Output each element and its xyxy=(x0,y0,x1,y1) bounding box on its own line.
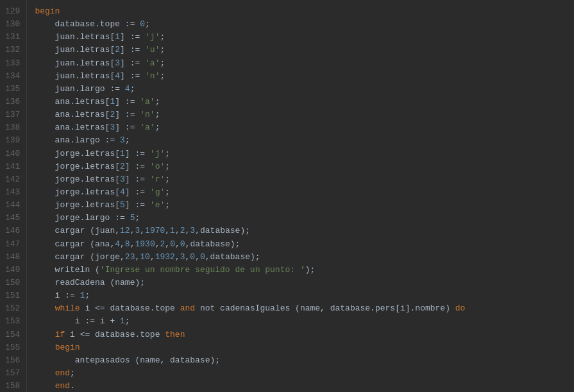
line-number: 141 xyxy=(5,160,20,173)
token: 3 xyxy=(190,226,195,235)
code-line: jorge.letras[4] := 'g'; xyxy=(35,186,574,199)
token: , xyxy=(155,239,160,249)
token: 0 xyxy=(140,19,145,29)
token: juan.letras[ xyxy=(35,71,115,81)
code-line: begin xyxy=(35,5,574,18)
line-number: 147 xyxy=(5,238,20,251)
token: jorge.letras[ xyxy=(35,175,120,184)
token: jorge.letras[ xyxy=(35,162,120,171)
token: 3 xyxy=(115,58,120,68)
line-number: 144 xyxy=(5,199,20,212)
code-line: juan.letras[1] := 'j'; xyxy=(35,31,574,44)
code-area[interactable]: begin database.tope := 0; juan.letras[1]… xyxy=(27,0,574,392)
line-number: 139 xyxy=(5,134,20,147)
token: ] := xyxy=(115,110,140,119)
token: ; xyxy=(155,110,160,119)
token: ] := xyxy=(125,187,150,197)
token: readCadena (name); xyxy=(35,278,145,287)
line-number: 137 xyxy=(5,108,20,121)
token: , xyxy=(175,252,180,262)
token: ; xyxy=(165,175,170,184)
token: 0 xyxy=(180,239,185,249)
token: ] := xyxy=(120,71,145,81)
token: ana.letras[ xyxy=(35,123,110,132)
token xyxy=(35,368,55,378)
token: and xyxy=(180,303,195,313)
line-number: 136 xyxy=(5,96,20,108)
token: 1932 xyxy=(155,252,175,262)
token: 1 xyxy=(115,32,120,42)
token: 1 xyxy=(120,149,125,158)
token: jorge.letras[ xyxy=(35,200,120,210)
code-line: i := i + 1; xyxy=(35,315,574,328)
line-number: 132 xyxy=(5,44,20,56)
code-line: jorge.letras[2] := 'o'; xyxy=(35,160,574,173)
token: ; xyxy=(155,123,160,132)
line-number: 157 xyxy=(5,367,20,380)
token: ] := xyxy=(120,45,145,55)
token: juan.letras[ xyxy=(35,32,115,42)
token: ; xyxy=(125,316,130,326)
token: ] := xyxy=(120,32,145,42)
token: 3 xyxy=(120,135,125,145)
token: ] := xyxy=(125,200,150,210)
token xyxy=(35,381,55,391)
token: , xyxy=(120,239,125,249)
token: end xyxy=(55,368,70,378)
token: 5 xyxy=(120,200,125,210)
token: 'n' xyxy=(140,110,155,119)
line-number: 150 xyxy=(5,277,20,289)
line-number: 149 xyxy=(5,264,20,277)
code-line: jorge.letras[5] := 'e'; xyxy=(35,199,574,212)
line-number: 153 xyxy=(5,315,20,328)
token: ; xyxy=(160,45,165,55)
token: juan.letras[ xyxy=(35,58,115,68)
token: cargar (jorge, xyxy=(35,252,124,262)
token: begin xyxy=(35,6,60,16)
token: ] := xyxy=(125,162,150,171)
token: 'j' xyxy=(145,32,160,42)
token: 'a' xyxy=(140,97,155,107)
code-line: juan.letras[4] := 'n'; xyxy=(35,70,574,83)
token: 0 xyxy=(200,252,205,262)
token: ; xyxy=(155,97,160,107)
token: , xyxy=(140,226,145,235)
line-number: 130 xyxy=(5,18,20,31)
token: 'r' xyxy=(150,175,165,184)
token: 'n' xyxy=(145,71,160,81)
line-number: 134 xyxy=(5,70,20,83)
token: ; xyxy=(165,200,170,210)
code-line: jorge.letras[1] := 'j'; xyxy=(35,148,574,160)
token: 0 xyxy=(190,252,195,262)
token: , xyxy=(150,252,155,262)
line-number: 156 xyxy=(5,354,20,367)
line-number: 129 xyxy=(5,5,20,18)
token: jorge.letras[ xyxy=(35,149,120,158)
token xyxy=(35,330,55,339)
token: 'j' xyxy=(150,149,165,158)
token: 'u' xyxy=(145,45,160,55)
token: then xyxy=(165,330,185,339)
token: i := xyxy=(35,291,80,300)
token xyxy=(35,303,55,313)
token: 'e' xyxy=(150,200,165,210)
token: ; xyxy=(135,213,140,223)
code-line: cargar (ana,4,8,1930,2,0,0,database); xyxy=(35,238,574,251)
code-line: end; xyxy=(35,367,574,380)
code-line: juan.letras[2] := 'u'; xyxy=(35,44,574,56)
token: , xyxy=(165,226,170,235)
token: 'g' xyxy=(150,187,165,197)
code-line: database.tope := 0; xyxy=(35,18,574,31)
token: ] := xyxy=(115,123,140,132)
token: ; xyxy=(70,368,75,378)
code-line: cargar (jorge,23,10,1932,3,0,0,database)… xyxy=(35,251,574,264)
token: , xyxy=(165,239,170,249)
line-number: 154 xyxy=(5,328,20,341)
token: ana.letras[ xyxy=(35,97,110,107)
line-number: 140 xyxy=(5,148,20,160)
token: , xyxy=(175,226,180,235)
token: juan.largo := xyxy=(35,84,124,94)
token: 3 xyxy=(180,252,185,262)
token xyxy=(35,343,55,352)
token: 8 xyxy=(125,239,130,249)
